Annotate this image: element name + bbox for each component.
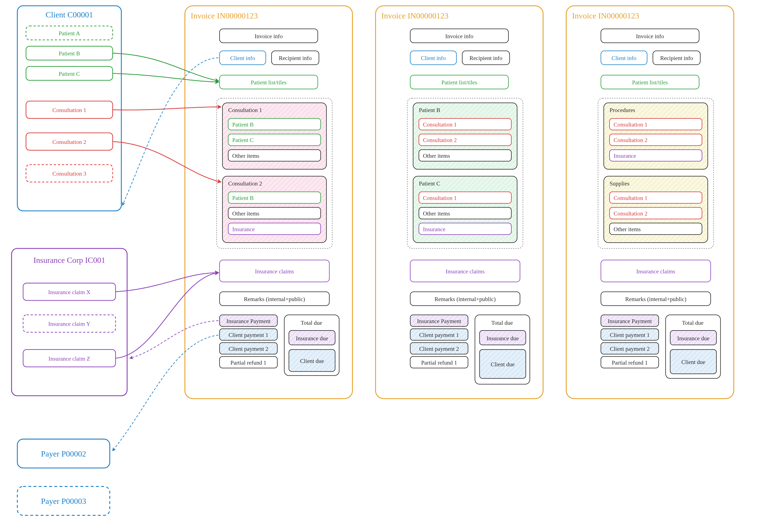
- invoice1-title: Invoice IN00000123: [191, 11, 258, 20]
- svg-text:Other items: Other items: [423, 152, 450, 159]
- svg-text:Procedures: Procedures: [610, 107, 635, 113]
- svg-text:Consultation 2: Consultation 2: [228, 180, 262, 187]
- svg-text:Client info: Client info: [421, 55, 446, 61]
- svg-text:Insurance due: Insurance due: [487, 335, 519, 342]
- svg-text:Patient B: Patient B: [232, 121, 254, 128]
- arrow-claim-z: [115, 273, 218, 358]
- svg-text:Client due: Client due: [681, 359, 705, 365]
- svg-text:Consultation 1: Consultation 1: [614, 195, 647, 201]
- svg-text:Insurance claims: Insurance claims: [636, 268, 675, 275]
- svg-text:Payer P00003: Payer P00003: [41, 497, 86, 505]
- svg-text:Invoice info: Invoice info: [255, 33, 283, 40]
- svg-text:Patient B: Patient B: [59, 50, 80, 57]
- svg-text:Client payment 1: Client payment 1: [610, 332, 650, 338]
- svg-text:Partial refund 1: Partial refund 1: [421, 359, 457, 366]
- arrow-claim-x: [115, 273, 218, 292]
- client-title: Client C00001: [46, 10, 93, 19]
- svg-text:Consultation 1: Consultation 1: [423, 195, 457, 201]
- payments-list: Insurance Payment Client payment 1 Clien…: [220, 315, 277, 368]
- invoice-1: Invoice IN00000123 Invoice info Client i…: [185, 6, 352, 399]
- invoice2-title: Invoice IN00000123: [381, 11, 448, 20]
- svg-text:Invoice info: Invoice info: [636, 33, 664, 40]
- svg-text:Consultation 1: Consultation 1: [614, 121, 647, 128]
- svg-text:Other items: Other items: [232, 210, 259, 217]
- arrow-ins-payment-back: [130, 321, 218, 358]
- svg-text:Patient B: Patient B: [232, 195, 254, 201]
- svg-text:Remarks (internal+public): Remarks (internal+public): [435, 296, 496, 302]
- svg-text:Patient list/tiles: Patient list/tiles: [632, 79, 668, 86]
- svg-text:Invoice info: Invoice info: [445, 33, 474, 40]
- svg-text:Other items: Other items: [232, 152, 259, 159]
- arrow-patient-c: [113, 74, 218, 82]
- svg-text:Client payment 2: Client payment 2: [419, 345, 459, 352]
- svg-text:Client due: Client due: [300, 358, 324, 364]
- svg-text:Other items: Other items: [423, 210, 450, 217]
- svg-text:Patient list/tiles: Patient list/tiles: [441, 79, 477, 86]
- svg-text:Recipient info: Recipient info: [279, 55, 312, 61]
- svg-text:Insurance Payment: Insurance Payment: [608, 318, 652, 324]
- svg-text:Insurance claim Z: Insurance claim Z: [48, 355, 90, 362]
- svg-text:Insurance claim X: Insurance claim X: [48, 289, 91, 295]
- svg-text:Insurance claims: Insurance claims: [446, 268, 485, 275]
- svg-text:Insurance claim Y: Insurance claim Y: [48, 321, 90, 327]
- svg-text:Remarks (internal+public): Remarks (internal+public): [244, 296, 305, 302]
- svg-text:Insurance due: Insurance due: [677, 335, 710, 342]
- svg-text:Client due: Client due: [491, 361, 515, 368]
- svg-text:Patient list/tiles: Patient list/tiles: [251, 79, 287, 86]
- svg-text:Partial refund 1: Partial refund 1: [612, 359, 648, 366]
- svg-text:Insurance due: Insurance due: [296, 335, 328, 342]
- svg-text:Remarks (internal+public): Remarks (internal+public): [625, 296, 686, 302]
- arrow-patient-b: [113, 53, 218, 81]
- svg-text:Consultation 1: Consultation 1: [423, 121, 457, 128]
- svg-text:Recipient info: Recipient info: [660, 55, 693, 61]
- svg-text:Total due: Total due: [491, 320, 513, 326]
- svg-text:Consultation 2: Consultation 2: [614, 137, 647, 144]
- svg-text:Insurance Payment: Insurance Payment: [226, 318, 271, 324]
- arrow-client-payment-back: [113, 335, 218, 450]
- svg-text:Consultation 1: Consultation 1: [52, 107, 86, 113]
- svg-text:Client payment 2: Client payment 2: [229, 345, 268, 352]
- svg-text:Consultation 2: Consultation 2: [423, 137, 457, 144]
- svg-text:Patient C: Patient C: [232, 137, 254, 144]
- invoice3-title: Invoice IN00000123: [572, 11, 639, 20]
- arrow-consult-1: [113, 107, 221, 110]
- svg-text:Other items: Other items: [614, 226, 641, 232]
- svg-text:Client info: Client info: [612, 55, 636, 61]
- invoice-3: Invoice IN00000123 Invoice info Client i…: [566, 6, 734, 399]
- insurance-group: Insurance Corp IC001 Insurance claim X I…: [11, 248, 127, 396]
- svg-text:Patient B: Patient B: [419, 107, 440, 113]
- svg-text:Recipient info: Recipient info: [470, 55, 502, 61]
- svg-text:Consultation 1: Consultation 1: [228, 107, 262, 113]
- svg-text:Total due: Total due: [682, 320, 703, 326]
- svg-text:Client payment 2: Client payment 2: [610, 345, 650, 352]
- svg-text:Patient A: Patient A: [59, 30, 80, 37]
- svg-text:Insurance: Insurance: [232, 226, 255, 232]
- arrow-consult-2: [113, 142, 221, 182]
- svg-text:Supplies: Supplies: [610, 180, 630, 187]
- svg-text:Total due: Total due: [301, 320, 322, 326]
- svg-text:Patient C: Patient C: [419, 180, 440, 187]
- svg-text:Insurance claims: Insurance claims: [255, 268, 294, 275]
- svg-text:Insurance: Insurance: [423, 226, 445, 232]
- svg-text:Consultation 2: Consultation 2: [52, 139, 86, 145]
- svg-text:Partial refund 1: Partial refund 1: [231, 359, 266, 366]
- svg-text:Payer P00002: Payer P00002: [41, 449, 86, 458]
- svg-text:Client payment 1: Client payment 1: [419, 332, 459, 338]
- svg-text:Consultation 3: Consultation 3: [52, 171, 86, 177]
- diagram-canvas: Client C00001 Patient A Patient B Patien…: [0, 0, 780, 532]
- insurance-title: Insurance Corp IC001: [33, 256, 105, 264]
- svg-text:Patient C: Patient C: [59, 70, 80, 77]
- svg-text:Insurance: Insurance: [614, 152, 636, 159]
- invoice-2: Invoice IN00000123 Invoice info Client i…: [376, 6, 543, 399]
- svg-text:Consultation 2: Consultation 2: [614, 210, 647, 217]
- client-group: Client C00001 Patient A Patient B Patien…: [17, 6, 121, 211]
- arrow-client-info-back: [123, 58, 218, 205]
- svg-text:Client info: Client info: [230, 55, 255, 61]
- svg-text:Insurance Payment: Insurance Payment: [417, 318, 461, 324]
- svg-text:Client payment 1: Client payment 1: [229, 332, 268, 338]
